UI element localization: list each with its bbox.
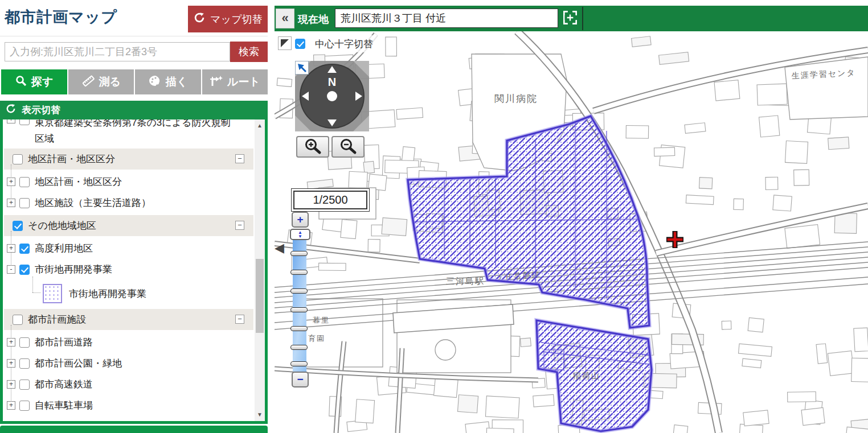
layer-item-label: 高度利用地区 bbox=[35, 242, 93, 255]
building bbox=[785, 141, 808, 163]
scrollbar[interactable]: ▲ ▼ bbox=[255, 119, 265, 421]
layer-checkbox[interactable] bbox=[19, 265, 30, 275]
slider-zoom-in-button[interactable]: + bbox=[292, 212, 309, 228]
handle-down-icon: ▼ bbox=[298, 234, 302, 238]
search-input[interactable] bbox=[5, 42, 230, 61]
scroll-up-arrow[interactable]: ▲ bbox=[255, 121, 265, 131]
slider-tick[interactable] bbox=[290, 361, 308, 366]
layer-panel-header: 表示切替 bbox=[0, 101, 268, 119]
tree-expander[interactable]: + bbox=[7, 119, 15, 123]
route-icon bbox=[210, 75, 223, 90]
group-collapse-button[interactable]: − bbox=[235, 315, 244, 324]
location-input[interactable] bbox=[335, 9, 558, 28]
map-canvas[interactable]: 関川病院生涯学習センタ真土公園三河島駅ＪＲ常磐線暮里育園 稲荷山 bbox=[275, 31, 868, 433]
learning-center-outline bbox=[785, 57, 868, 119]
legend-label: 市街地再開発事業 bbox=[69, 287, 146, 300]
sidebar: 都市計画マップ マップ切替 検索 探す測る描くルート 表示切替 +東京都建築安全… bbox=[0, 0, 268, 433]
panel-collapse-arrow[interactable]: ◀ bbox=[275, 240, 285, 257]
tab-label: 探す bbox=[31, 75, 53, 89]
layer-checkbox[interactable] bbox=[19, 244, 30, 254]
building bbox=[368, 240, 380, 253]
layer-checkbox[interactable] bbox=[19, 198, 30, 208]
tree-expander[interactable]: + bbox=[7, 380, 15, 389]
layer-item-row: +自転車駐車場 bbox=[3, 395, 255, 416]
slider-tick[interactable] bbox=[290, 251, 308, 256]
slider-tick[interactable] bbox=[290, 345, 308, 350]
building bbox=[828, 137, 849, 150]
building bbox=[788, 391, 816, 402]
magnifier-minus-icon bbox=[337, 148, 359, 156]
current-location-label: 現在地 bbox=[298, 13, 329, 26]
tree-expander[interactable]: - bbox=[7, 265, 15, 274]
layer-checkbox[interactable] bbox=[19, 177, 30, 187]
center-cross-toggle: 中心十字切替 bbox=[293, 35, 380, 52]
pan-northwest-button[interactable] bbox=[295, 61, 309, 75]
tab-label: 描く bbox=[166, 75, 187, 89]
group-collapse-button[interactable]: − bbox=[235, 154, 244, 163]
tree-connector bbox=[32, 277, 33, 292]
zoom-out-button[interactable] bbox=[331, 136, 365, 158]
layer-group-label: 都市計画施設 bbox=[28, 313, 86, 326]
building bbox=[834, 213, 857, 233]
tree-expander[interactable]: + bbox=[7, 244, 15, 253]
slider-tick[interactable] bbox=[290, 307, 308, 312]
layer-list: +東京都建築安全条例第7条の3による防火規制区域地区計画・地区区分−+地区計画・… bbox=[3, 119, 255, 421]
map-switch-button[interactable]: マップ切替 bbox=[188, 6, 268, 32]
tree-connector bbox=[11, 346, 11, 360]
tree-expander[interactable]: + bbox=[7, 338, 15, 347]
center-cross-checkbox[interactable] bbox=[295, 39, 305, 49]
search-row: 検索 bbox=[0, 42, 268, 62]
building bbox=[785, 225, 820, 249]
zoom-slider-handle[interactable]: ▲ ▼ bbox=[290, 229, 310, 240]
layer-item-row: +都市計画道路 bbox=[3, 332, 255, 353]
layer-checkbox[interactable] bbox=[13, 221, 23, 231]
building bbox=[765, 177, 778, 189]
tab-測る[interactable]: 測る bbox=[68, 69, 134, 94]
zoom-slider-track[interactable] bbox=[293, 240, 306, 372]
slider-tick[interactable] bbox=[290, 326, 308, 331]
collapsed-section-bar[interactable] bbox=[0, 426, 268, 433]
group-collapse-button[interactable]: − bbox=[235, 221, 244, 230]
layer-item-row: +地区施設（主要生活道路） bbox=[3, 192, 255, 213]
slider-tick[interactable] bbox=[290, 270, 308, 275]
overview-corner-button[interactable] bbox=[278, 36, 292, 50]
layer-checkbox[interactable] bbox=[13, 315, 23, 325]
scroll-down-arrow[interactable]: ▼ bbox=[255, 410, 265, 420]
tree-expander[interactable]: + bbox=[7, 401, 15, 410]
building bbox=[757, 84, 787, 105]
corner-fold-icon bbox=[279, 42, 291, 51]
northwest-arrow-icon bbox=[296, 66, 308, 76]
tab-ルート[interactable]: ルート bbox=[202, 69, 268, 94]
layer-group-row: 都市計画施設− bbox=[4, 309, 253, 330]
search-button[interactable]: 検索 bbox=[230, 42, 268, 62]
slider-zoom-out-button[interactable]: − bbox=[292, 372, 309, 387]
palette-icon bbox=[148, 75, 162, 90]
scrollbar-thumb[interactable] bbox=[256, 259, 264, 333]
center-target-button[interactable] bbox=[562, 10, 579, 27]
layer-checkbox[interactable] bbox=[19, 337, 30, 348]
map-toolbar: « 現在地 bbox=[275, 6, 868, 31]
sidebar-collapse-button[interactable]: « bbox=[276, 9, 294, 28]
building bbox=[685, 123, 706, 134]
tree-expander[interactable]: + bbox=[7, 199, 15, 207]
building bbox=[319, 263, 346, 270]
layer-checkbox[interactable] bbox=[19, 401, 30, 411]
zoom-in-button[interactable] bbox=[296, 136, 329, 158]
building bbox=[773, 195, 792, 211]
tab-探す[interactable]: 探す bbox=[1, 69, 67, 94]
tree-expander[interactable]: + bbox=[7, 359, 15, 368]
layer-checkbox[interactable] bbox=[13, 154, 23, 164]
layer-item-row: +都市計画公園・緑地 bbox=[3, 353, 255, 374]
building bbox=[686, 195, 714, 205]
layer-checkbox[interactable] bbox=[19, 358, 30, 369]
tab-描く[interactable]: 描く bbox=[135, 69, 201, 94]
map-label: 三河島駅 bbox=[446, 276, 485, 286]
tree-expander[interactable]: + bbox=[7, 178, 15, 186]
toolbar-divider bbox=[582, 7, 583, 30]
refresh-icon bbox=[193, 11, 206, 27]
building bbox=[816, 344, 828, 364]
layer-checkbox[interactable] bbox=[19, 380, 30, 390]
layer-checkbox[interactable] bbox=[19, 119, 30, 125]
building bbox=[626, 125, 649, 138]
slider-tick[interactable] bbox=[290, 288, 308, 294]
